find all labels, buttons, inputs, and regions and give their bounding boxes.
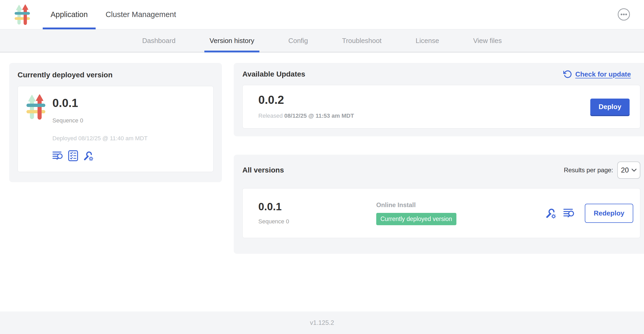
row-version-label: 0.0.1 xyxy=(258,201,376,212)
ellipsis-icon xyxy=(617,8,630,21)
deployed-version-info: 0.0.1 Sequence 0 Deployed 08/12/25 @ 11:… xyxy=(52,94,148,172)
results-per-page-select[interactable]: 20 xyxy=(617,161,640,179)
app-subnav: Dashboard Version history Config Trouble… xyxy=(0,29,644,52)
subnav-tab-config-label: Config xyxy=(288,37,308,45)
top-navbar: Application Cluster Management xyxy=(0,0,644,29)
view-logs-icon[interactable] xyxy=(563,208,575,218)
currently-deployed-panel: Currently deployed version 0.0 xyxy=(9,63,222,182)
results-per-page: Results per page: 20 xyxy=(564,161,640,179)
currently-deployed-card: 0.0.1 Sequence 0 Deployed 08/12/25 @ 11:… xyxy=(18,86,214,172)
version-row-actions: Redeploy xyxy=(545,204,633,223)
results-per-page-value: 20 xyxy=(621,166,629,174)
subnav-tab-view-files[interactable]: View files xyxy=(468,29,507,52)
refresh-icon xyxy=(563,70,572,79)
currently-deployed-title: Currently deployed version xyxy=(18,71,214,79)
footer: v1.125.2 xyxy=(0,311,644,334)
right-column: Available Updates Check for update 0.0.2 xyxy=(234,63,644,254)
subnav-tab-dashboard-label: Dashboard xyxy=(142,37,176,45)
view-logs-icon[interactable] xyxy=(52,151,63,161)
deployed-version-label: 0.0.1 xyxy=(52,97,148,109)
version-row-info: 0.0.1 Sequence 0 xyxy=(258,201,376,225)
currently-deployed-badge: Currently deployed version xyxy=(376,213,456,225)
subnav-tab-version-history-label: Version history xyxy=(210,37,254,45)
check-for-update-link[interactable]: Check for update xyxy=(563,70,631,79)
deployed-sequence: Sequence 0 xyxy=(52,117,148,124)
console-version: v1.125.2 xyxy=(310,319,334,326)
released-timestamp: 08/12/25 @ 11:53 am MDT xyxy=(284,112,354,119)
main-content: Currently deployed version 0.0 xyxy=(0,52,644,311)
row-sequence: Sequence 0 xyxy=(258,218,376,225)
all-versions-title: All versions xyxy=(242,166,284,174)
results-per-page-label: Results per page: xyxy=(564,166,613,174)
available-update-card: 0.0.2 Released 08/12/25 @ 11:53 am MDT D… xyxy=(242,85,640,128)
all-versions-panel: All versions Results per page: 20 xyxy=(234,155,644,254)
subnav-tab-view-files-label: View files xyxy=(473,37,502,45)
available-updates-panel: Available Updates Check for update 0.0.2 xyxy=(234,63,644,136)
deployed-timestamp: Deployed 08/12/25 @ 11:40 am MDT xyxy=(52,135,148,142)
tab-cluster-management[interactable]: Cluster Management xyxy=(98,0,184,29)
edit-config-icon[interactable] xyxy=(545,207,556,219)
subnav-tab-config[interactable]: Config xyxy=(283,29,313,52)
update-version-label: 0.0.2 xyxy=(258,94,354,106)
subnav-tab-troubleshoot-label: Troubleshoot xyxy=(342,37,382,45)
update-info: 0.0.2 Released 08/12/25 @ 11:53 am MDT xyxy=(258,94,354,119)
app-logo-icon xyxy=(14,4,30,25)
edit-config-icon[interactable] xyxy=(83,150,94,161)
version-row-status: Online Install Currently deployed versio… xyxy=(376,201,545,225)
released-prefix: Released xyxy=(258,112,283,119)
subnav-tab-dashboard[interactable]: Dashboard xyxy=(137,29,181,52)
subnav-tab-version-history[interactable]: Version history xyxy=(204,29,260,52)
version-row: 0.0.1 Sequence 0 Online Install Currentl… xyxy=(242,188,640,238)
subnav-tab-license[interactable]: License xyxy=(410,29,444,52)
tab-application[interactable]: Application xyxy=(43,0,96,29)
deployed-actions xyxy=(52,150,148,161)
subnav-tab-license-label: License xyxy=(416,37,439,45)
tab-application-label: Application xyxy=(51,10,88,19)
check-for-update-label: Check for update xyxy=(575,70,631,78)
more-menu-button[interactable] xyxy=(617,8,630,21)
available-updates-title: Available Updates xyxy=(242,70,305,78)
app-logo-icon xyxy=(26,94,46,172)
redeploy-button[interactable]: Redeploy xyxy=(585,204,633,223)
update-released-line: Released 08/12/25 @ 11:53 am MDT xyxy=(258,112,354,119)
navbar-tabs: Application Cluster Management xyxy=(43,0,184,29)
subnav-tab-troubleshoot[interactable]: Troubleshoot xyxy=(337,29,387,52)
install-type-label: Online Install xyxy=(376,201,545,209)
chevron-down-icon xyxy=(631,169,637,172)
preflight-checks-icon[interactable] xyxy=(68,150,78,161)
tab-cluster-management-label: Cluster Management xyxy=(106,10,176,19)
deploy-button[interactable]: Deploy xyxy=(590,99,630,115)
